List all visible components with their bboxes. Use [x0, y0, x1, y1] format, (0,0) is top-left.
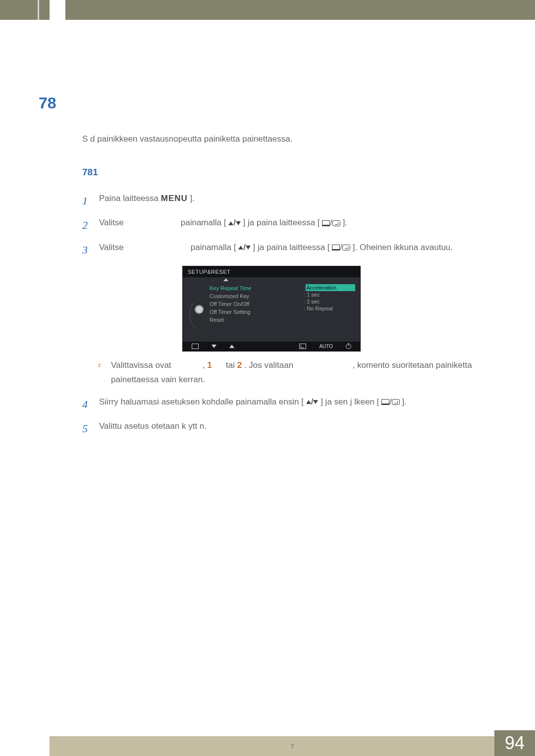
header-tab-cut: [50, 0, 65, 20]
step-1: 1 Paina laitteessa MENU ].: [82, 192, 505, 210]
text: ] ja sen j lkeen [: [321, 397, 379, 406]
osd-power-icon: [346, 344, 351, 349]
text: Valitse: [99, 216, 178, 230]
text: ].: [343, 218, 347, 227]
step-number: 1: [82, 192, 99, 210]
osd-menu-item: Off Timer Setting: [210, 308, 306, 316]
left-rule: [38, 0, 39, 20]
osd-menu-item: Key Repeat Time: [210, 284, 306, 292]
up-icon: [306, 400, 311, 404]
text: Siirry haluamasi asetuksen kohdalle pain…: [99, 397, 304, 406]
text: ] ja paina laitteessa [: [243, 218, 320, 227]
text: Valitse: [99, 241, 188, 255]
step-text: Valitse painamalla [ / ] ja paina laitte…: [99, 216, 505, 230]
emph-2: 2: [237, 360, 242, 370]
osd-option: 2 sec: [306, 298, 355, 305]
text: ].: [402, 397, 406, 406]
osd-screenshot: SETUP&RESET Key Repeat Time Customized K…: [182, 266, 361, 352]
step-text: Valittu asetus otetaan k ytt n.: [99, 419, 505, 434]
text: tai: [226, 360, 235, 370]
header-bar: [0, 0, 535, 20]
up-icon: [238, 246, 243, 250]
step-number: 2: [82, 216, 99, 234]
osd-option: 1 sec: [306, 291, 355, 298]
source-icon: [322, 220, 330, 226]
osd-scroll-up-icon: [223, 278, 228, 281]
text: painamalla [: [181, 218, 226, 227]
step-text: Valitse painamalla [ / ] ja paina laitte…: [99, 241, 505, 255]
emph-1: 1: [207, 360, 212, 370]
osd-back-icon: [192, 344, 199, 349]
osd-menu-list: Key Repeat Time Customized Key Off Timer…: [210, 280, 306, 333]
osd-title: SETUP&RESET: [183, 266, 360, 277]
up-icon: [228, 221, 233, 225]
osd-option-selected: Acceleration: [306, 284, 355, 291]
page-number-badge: 94: [494, 730, 535, 756]
text: painamalla [: [191, 243, 236, 252]
source-icon: [332, 245, 340, 251]
osd-menu-item: Off Timer On/Off: [210, 300, 306, 308]
osd-arc-decoration: [190, 297, 206, 332]
down-icon: [236, 221, 241, 225]
section-intro: S d painikkeen vastausnopeutta painikett…: [82, 134, 505, 144]
step-text: Paina laitteessa MENU ].: [99, 192, 505, 206]
footer-chapter: 7: [290, 743, 294, 750]
osd-enter-icon: [299, 344, 306, 349]
step-text: Siirry haluamasi asetuksen kohdalle pain…: [99, 395, 505, 409]
text: ,: [203, 360, 205, 370]
text: Valittavissa ovat: [111, 358, 200, 373]
step-3: 3 Valitse painamalla [ / ] ja paina lait…: [82, 241, 505, 259]
osd-menu-item: Customized Key: [210, 292, 306, 300]
step-2: 2 Valitse painamalla [ / ] ja paina lait…: [82, 216, 505, 234]
text: . Jos valitaan: [244, 360, 293, 370]
enter-icon: [342, 245, 350, 251]
enter-icon: [332, 220, 340, 226]
osd-left-panel: [189, 280, 210, 333]
down-icon: [313, 400, 318, 404]
step-5: 5 Valittu asetus otetaan k ytt n.: [82, 419, 505, 438]
text: ]. Oheinen ikkuna avautuu.: [353, 243, 453, 252]
footer-bar: 7: [50, 736, 535, 756]
menu-label: MENU: [161, 194, 188, 203]
step-4: 4 Siirry haluamasi asetuksen kohdalle pa…: [82, 395, 505, 413]
text: Paina laitteessa: [99, 194, 161, 203]
bullet-icon: z: [98, 358, 111, 387]
step-number: 4: [82, 395, 99, 413]
source-icon: [381, 399, 389, 405]
down-icon: [246, 246, 251, 250]
osd-button-bar: AUTO: [183, 342, 360, 351]
osd-down-icon: [212, 345, 216, 348]
step-number: 3: [82, 241, 99, 259]
text: ].: [190, 194, 195, 203]
osd-body: Key Repeat Time Customized Key Off Timer…: [183, 277, 360, 342]
osd-up-icon: [229, 345, 234, 348]
osd-options: Acceleration 1 sec 2 sec No Repeat: [306, 280, 355, 333]
osd-auto-label: AUTO: [319, 344, 333, 349]
step-number: 5: [82, 419, 99, 438]
bullet-note: z Valittavissa ovat , 1 tai 2 . Jos vali…: [98, 358, 505, 387]
text: ] ja paina laitteessa [: [253, 243, 330, 252]
page-content: 78 S d painikkeen vastausnopeutta painik…: [39, 94, 505, 444]
section-number: 78: [39, 94, 505, 112]
subsection-number: 781: [82, 167, 505, 178]
osd-option: No Repeat: [306, 305, 355, 312]
enter-icon: [392, 399, 400, 405]
osd-menu-item: Reset: [210, 316, 306, 324]
bullet-text: Valittavissa ovat , 1 tai 2 . Jos valita…: [111, 358, 505, 387]
